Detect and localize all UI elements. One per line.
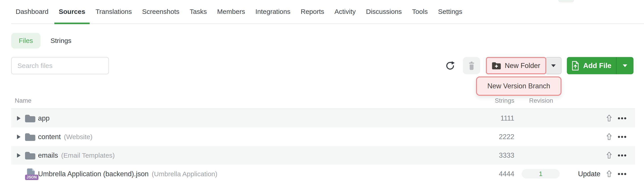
expand-caret-icon[interactable] — [17, 116, 20, 120]
upload-icon[interactable] — [606, 133, 612, 140]
nav-item-tasks[interactable]: Tasks — [190, 8, 207, 16]
add-file-main[interactable]: Add File — [567, 57, 616, 74]
upload-icon[interactable] — [606, 114, 612, 122]
column-header-strings: Strings — [470, 97, 514, 104]
table-row-folder-emails[interactable]: emails (Email Templates) 3333 — [11, 146, 635, 164]
file-note: (Umbrella Application) — [152, 170, 217, 178]
tab-files[interactable]: Files — [11, 33, 40, 48]
new-version-branch-menu-item[interactable]: New Version Branch — [476, 76, 562, 96]
add-file-dropdown-toggle[interactable] — [616, 57, 634, 74]
chevron-down-icon — [623, 64, 627, 67]
nav-divider — [11, 23, 644, 24]
sources-page: Dashboard Sources Translations Screensho… — [0, 0, 644, 191]
nav-item-integrations[interactable]: Integrations — [255, 8, 290, 16]
column-header-revision: Revision — [525, 97, 557, 104]
nav-item-activity[interactable]: Activity — [334, 8, 356, 16]
new-folder-dropdown-toggle[interactable] — [546, 57, 562, 74]
delete-button[interactable] — [463, 57, 480, 74]
file-name: emails — [38, 152, 58, 160]
table-row-folder-content[interactable]: content (Website) 2222 — [11, 128, 635, 146]
table-row-file-umbrella-json[interactable]: JSON Umbrella Application (backend).json… — [11, 164, 635, 183]
strings-count: 4444 — [458, 170, 514, 178]
expand-caret-icon[interactable] — [17, 135, 20, 139]
expand-caret-icon[interactable] — [17, 153, 20, 158]
nav-item-screenshots[interactable]: Screenshots — [142, 8, 179, 16]
strings-count: 3333 — [458, 152, 514, 160]
project-nav: Dashboard Sources Translations Screensho… — [0, 0, 644, 24]
strings-count: 2222 — [458, 133, 514, 141]
more-actions-icon[interactable] — [618, 173, 628, 175]
upload-icon[interactable] — [606, 152, 612, 159]
more-actions-icon[interactable] — [618, 154, 628, 157]
tab-strings[interactable]: Strings — [50, 33, 71, 48]
chevron-down-icon — [551, 64, 556, 67]
add-file-label: Add File — [583, 62, 611, 70]
nav-item-settings[interactable]: Settings — [438, 8, 462, 16]
nav-items: Dashboard Sources Translations Screensho… — [16, 8, 462, 16]
folder-icon — [25, 152, 35, 160]
more-actions-icon[interactable] — [618, 117, 628, 120]
trash-icon — [468, 61, 476, 70]
file-table: app 1111 content (Website) 2222 — [11, 109, 635, 183]
strings-count: 1111 — [458, 114, 514, 122]
file-name: Umbrella Application (backend).json — [38, 170, 149, 178]
folder-icon — [25, 114, 35, 122]
nav-item-members[interactable]: Members — [217, 8, 245, 16]
file-upload-icon — [572, 61, 579, 71]
file-name: app — [38, 114, 50, 122]
update-link[interactable]: Update — [566, 170, 600, 178]
column-header-name: Name — [15, 97, 32, 104]
json-file-icon: JSON — [25, 168, 35, 180]
refresh-icon — [445, 60, 455, 71]
json-badge: JSON — [25, 175, 38, 180]
nav-item-sources[interactable]: Sources — [59, 8, 85, 16]
file-note: (Website) — [64, 133, 92, 141]
table-row-folder-app[interactable]: app 1111 — [11, 109, 635, 128]
more-actions-icon[interactable] — [618, 136, 628, 138]
upload-icon[interactable] — [606, 170, 612, 177]
folder-plus-icon — [492, 62, 501, 69]
nav-item-discussions[interactable]: Discussions — [366, 8, 402, 16]
nav-item-dashboard[interactable]: Dashboard — [16, 8, 48, 16]
new-folder-button[interactable]: New Folder — [486, 57, 546, 74]
file-note: (Email Templates) — [61, 152, 115, 159]
new-folder-label: New Folder — [505, 62, 540, 70]
nav-item-reports[interactable]: Reports — [301, 8, 324, 16]
revision-badge: 1 — [522, 169, 560, 178]
folder-icon — [25, 133, 35, 141]
search-input[interactable] — [11, 57, 109, 74]
add-file-button[interactable]: Add File — [567, 57, 634, 74]
refresh-button[interactable] — [445, 60, 455, 71]
nav-item-tools[interactable]: Tools — [412, 8, 428, 16]
nav-item-translations[interactable]: Translations — [96, 8, 132, 16]
file-name: content — [38, 133, 61, 141]
